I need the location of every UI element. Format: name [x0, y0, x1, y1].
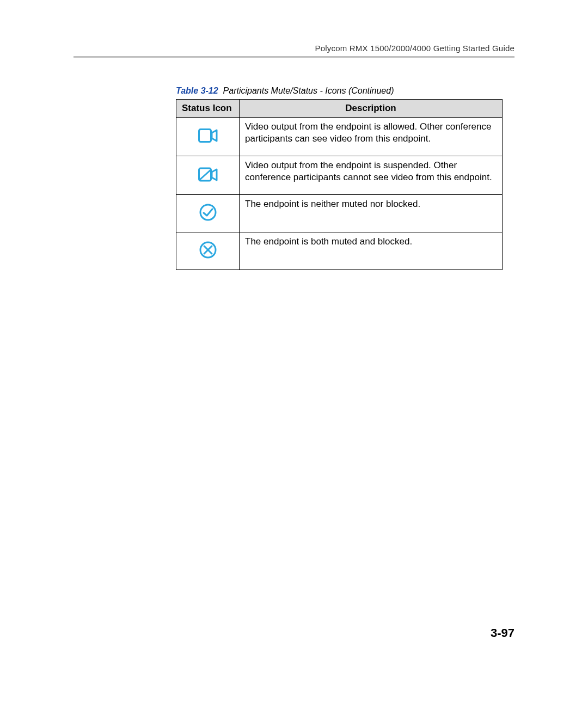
- header-title: Polycom RMX 1500/2000/4000 Getting Start…: [74, 44, 514, 53]
- column-header-icon-text: Status Icon: [182, 103, 232, 113]
- video-allowed-icon: [198, 128, 218, 145]
- status-description-cell: Video output from the endpoint is suspen…: [240, 156, 503, 195]
- table-header-row: Status Icon Description: [176, 100, 503, 118]
- status-description-cell: The endpoint is neither muted nor blocke…: [240, 195, 503, 232]
- page: Polycom RMX 1500/2000/4000 Getting Start…: [0, 0, 588, 711]
- column-header-description: Description: [240, 100, 503, 118]
- content-area: Table 3-12 Participants Mute/Status - Ic…: [176, 86, 514, 270]
- status-description-cell: The endpoint is both muted and blocked.: [240, 232, 503, 270]
- video-suspended-icon: [198, 167, 218, 185]
- status-icon-cell: im: [176, 232, 240, 270]
- status-icons-table: Status Icon Description: [176, 99, 503, 270]
- svg-point-3: [200, 205, 216, 220]
- svg-line-2: [200, 170, 211, 180]
- column-header-description-text: Description: [345, 103, 396, 113]
- not-muted-blocked-icon: [199, 203, 217, 224]
- table-row: Video output from the endpoint is allowe…: [176, 118, 503, 156]
- table-caption-label: Table 3-12: [176, 86, 218, 95]
- status-icon-cell: [176, 118, 240, 156]
- table-caption-title: Participants Mute/Status - Icons (Contin…: [223, 86, 394, 95]
- table-row: Video output from the endpoint is suspen…: [176, 156, 503, 195]
- table-caption: Table 3-12 Participants Mute/Status - Ic…: [176, 86, 514, 96]
- status-icon-cell: [176, 195, 240, 232]
- muted-blocked-icon: im: [199, 241, 217, 262]
- page-number: 3-97: [491, 626, 514, 640]
- column-header-icon: Status Icon: [176, 100, 240, 118]
- table-row: im The endpoint is both muted and blocke…: [176, 232, 503, 270]
- header-divider: [74, 56, 514, 58]
- svg-rect-0: [199, 129, 211, 142]
- table-row: The endpoint is neither muted nor blocke…: [176, 195, 503, 232]
- status-description-cell: Video output from the endpoint is allowe…: [240, 118, 503, 156]
- status-icon-cell: [176, 156, 240, 195]
